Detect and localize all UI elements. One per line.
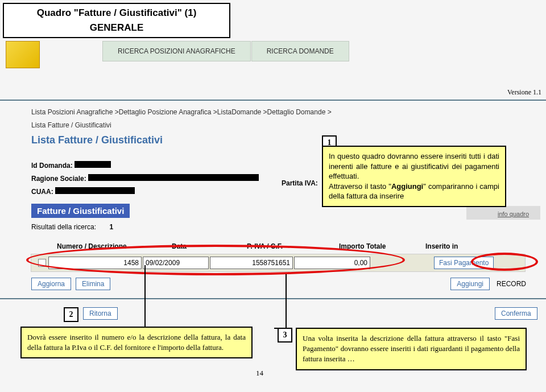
conferma-button[interactable]: Conferma bbox=[495, 307, 537, 320]
connector-line-2b bbox=[274, 328, 287, 329]
callout-1: In questo quadro dovranno essere inserit… bbox=[322, 146, 506, 207]
top-tabs: RICERCA POSIZIONI ANAGRAFICHE RICERCA DO… bbox=[102, 41, 349, 61]
label-ragione-sociale: Ragione Sociale: bbox=[31, 175, 86, 183]
col-piva: P. IVA / C.F. bbox=[247, 242, 338, 250]
slide-title-line-1: Quadro "Fatture / Giustificativi" (1) bbox=[37, 7, 197, 19]
aggiorna-button[interactable]: Aggiorna bbox=[31, 278, 71, 290]
label-partita-iva: Partita IVA: bbox=[282, 179, 318, 187]
tab-ricerca-domande[interactable]: RICERCA DOMANDE bbox=[251, 41, 349, 61]
elimina-button[interactable]: Elimina bbox=[76, 278, 110, 290]
fatture-table: Numero / Descrizione Data P. IVA / C.F. … bbox=[31, 239, 526, 272]
row-checkbox[interactable] bbox=[38, 259, 46, 267]
callout-3: Una volta inserita la descrizione della … bbox=[296, 328, 527, 370]
label-cuaa: CUAA: bbox=[31, 188, 53, 196]
table-header-row: Numero / Descrizione Data P. IVA / C.F. … bbox=[31, 239, 526, 254]
breadcrumb-current: Lista Fatture / Giustificativi bbox=[31, 121, 111, 129]
domanda-info-block: Id Domanda: Ragione Sociale: CUAA: bbox=[31, 159, 259, 198]
connector-line-2 bbox=[286, 274, 287, 329]
col-importo: Importo Totale bbox=[339, 242, 424, 250]
divider-bottom bbox=[0, 298, 546, 299]
input-data[interactable]: 09/02/2009 bbox=[143, 257, 209, 269]
input-importo[interactable]: 0,00 bbox=[294, 257, 370, 269]
page-number: 14 bbox=[256, 369, 263, 378]
results-text: Risultati della ricerca: bbox=[31, 223, 96, 231]
callout-2: Dovrà essere inserito il numero e/o la d… bbox=[20, 327, 253, 358]
action-row: Aggiorna Elimina Aggiungi RECORD bbox=[31, 278, 526, 290]
record-label: RECORD bbox=[497, 280, 526, 288]
app-logo bbox=[6, 41, 40, 68]
partita-iva-row: Partita IVA: bbox=[282, 179, 318, 187]
col-numero: Numero / Descrizione bbox=[57, 242, 171, 250]
fasi-pagamento-button[interactable]: Fasi Pagamento bbox=[434, 257, 494, 269]
callout-1-bold: Aggiungi bbox=[391, 182, 423, 191]
label-id-domanda: Id Domanda: bbox=[31, 162, 73, 170]
divider-top bbox=[0, 100, 546, 101]
page-heading: Lista Fatture / Giustificativi bbox=[31, 134, 163, 146]
callout-number-3: 3 bbox=[278, 328, 292, 343]
col-inserito: Inserito in bbox=[425, 242, 482, 250]
results-count: 1 bbox=[109, 223, 113, 231]
connector-line-1 bbox=[144, 265, 146, 328]
callout-1-text-a: In questo quadro dovranno essere inserit… bbox=[329, 152, 499, 180]
breadcrumb: Lista Posizioni Anagrafiche >Dettaglio P… bbox=[31, 108, 332, 116]
input-piva[interactable]: 1558751651 bbox=[210, 257, 293, 269]
tab-ricerca-posizioni[interactable]: RICERCA POSIZIONI ANAGRAFICHE bbox=[102, 41, 251, 61]
col-data: Data bbox=[172, 242, 246, 250]
info-quadro-link[interactable]: info quadro bbox=[498, 211, 529, 217]
results-label: Risultati della ricerca: 1 bbox=[31, 223, 113, 231]
aggiungi-button[interactable]: Aggiungi bbox=[450, 278, 490, 290]
section-title-fatture: Fatture / Giustificativi bbox=[31, 204, 130, 218]
callout-1-text-b: Attraverso il tasto " bbox=[329, 182, 391, 191]
callout-number-2: 2 bbox=[64, 307, 78, 322]
slide-title-box: Quadro "Fatture / Giustificativi" (1) GE… bbox=[3, 3, 230, 38]
input-numero[interactable]: 1458 bbox=[48, 257, 142, 269]
ritorna-button[interactable]: Ritorna bbox=[83, 307, 118, 320]
table-row: 1458 09/02/2009 1558751651 0,00 Fasi Pag… bbox=[31, 254, 526, 272]
version-label: Versione 1.1 bbox=[507, 88, 541, 97]
slide-title-line-2: GENERALE bbox=[90, 22, 143, 34]
